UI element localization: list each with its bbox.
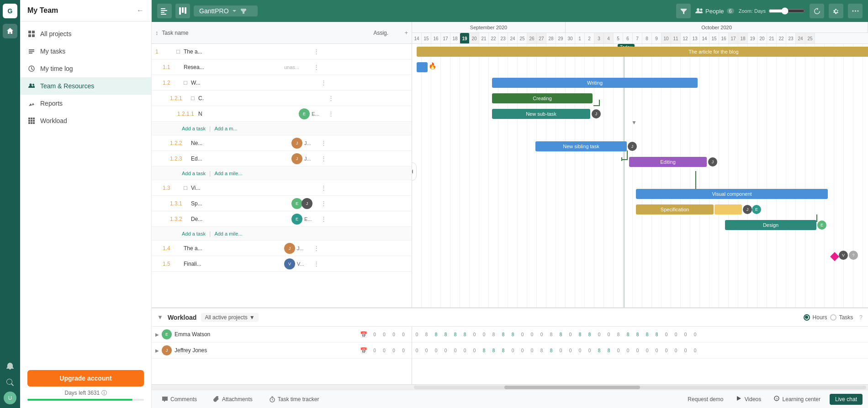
task-menu-icon[interactable]: ⋮ — [312, 245, 321, 252]
add-col-button[interactable]: + — [404, 29, 408, 36]
expand-icon[interactable]: □ — [176, 48, 184, 55]
gantt-bar[interactable]: Creating — [492, 93, 593, 103]
sidebar-item-my-time-log[interactable]: My time log — [20, 60, 151, 77]
task-menu-icon[interactable]: ⋮ — [319, 79, 328, 86]
task-menu-icon[interactable]: ⋮ — [326, 110, 335, 117]
task-name: W... — [191, 80, 291, 86]
expand-icon[interactable]: ▶ — [155, 332, 159, 337]
workload-area: ▼ Workload All active projects ▼ Hours T… — [152, 307, 868, 390]
gantt-bar[interactable]: New sibling task — [535, 141, 627, 151]
task-menu-icon[interactable]: ⋮ — [319, 184, 328, 191]
add-mile-link[interactable]: Add a mile... — [214, 171, 242, 176]
back-button[interactable]: ← — [137, 6, 144, 15]
milestone-diamond[interactable] — [830, 252, 839, 261]
expand-icon[interactable]: ▶ — [155, 348, 159, 353]
gantt-bar[interactable]: Editing — [629, 157, 707, 167]
gantt-bar[interactable] — [417, 62, 428, 72]
task-menu-icon[interactable]: ⋮ — [312, 64, 321, 70]
task-menu-icon[interactable]: ⋮ — [326, 95, 335, 102]
more-button[interactable] — [848, 4, 863, 18]
add-task-link[interactable]: Add a task — [182, 231, 206, 236]
sort-icon[interactable]: ↕ — [155, 29, 159, 36]
videos-button[interactable]: Videos — [732, 394, 765, 404]
day-cell: 19 — [748, 33, 757, 43]
toolbar: GanttPRO People 6 Zoom: Days — [152, 0, 868, 22]
svg-rect-13 — [28, 122, 30, 124]
svg-rect-0 — [28, 31, 31, 33]
expand-icon[interactable]: □ — [184, 79, 191, 86]
svg-rect-20 — [179, 7, 181, 15]
task-menu-icon[interactable]: ⋮ — [319, 140, 328, 146]
add-milestone-link[interactable]: Add a m... — [214, 126, 237, 131]
learning-center-button[interactable]: ? Learning center — [770, 394, 824, 404]
collapse-toggle[interactable] — [412, 162, 417, 181]
add-task-link[interactable]: Add a task — [182, 126, 206, 131]
sidebar-item-team-resources[interactable]: Team & Resources — [20, 77, 151, 95]
hours-radio[interactable] — [804, 314, 810, 321]
task-num: 1.2.3 — [168, 156, 191, 162]
zoom-slider[interactable] — [768, 7, 805, 15]
home-icon[interactable] — [3, 24, 17, 38]
h-scrollbar[interactable] — [152, 384, 868, 390]
gantt-view-button[interactable] — [157, 4, 172, 18]
workload-title: Workload — [168, 314, 197, 321]
attachments-tab[interactable]: Attachments — [209, 393, 257, 405]
notification-icon[interactable] — [3, 359, 17, 373]
workload-collapse-icon[interactable]: ▼ — [157, 314, 163, 321]
sidebar-item-my-tasks[interactable]: My tasks — [20, 43, 151, 60]
project-filter-dropdown[interactable]: All active projects ▼ — [201, 313, 258, 322]
sidebar-item-reports[interactable]: Reports — [20, 95, 151, 112]
app-logo[interactable]: G — [3, 4, 17, 18]
task-menu-icon[interactable]: ⋮ — [319, 215, 328, 222]
add-task-link[interactable]: Add a task — [182, 171, 206, 176]
people-button[interactable]: People 6 — [695, 7, 734, 15]
h-scroll-thumb[interactable] — [504, 386, 640, 389]
tasks-radio[interactable] — [830, 314, 836, 321]
expand-down-icon[interactable]: ▼ — [631, 119, 637, 126]
gantt-bar[interactable]: Specification — [636, 204, 714, 215]
day-cell: 29 — [556, 33, 566, 43]
task-menu-icon[interactable]: ⋮ — [319, 155, 328, 162]
calendar-icon[interactable]: 📅 — [360, 347, 367, 354]
fire-icon: 🔥 — [429, 62, 436, 70]
task-menu-icon[interactable]: ⋮ — [319, 200, 328, 207]
task-menu-icon[interactable]: ⋮ — [312, 260, 321, 267]
gantt-bar[interactable]: New sub-task — [492, 109, 590, 119]
task-name: Finali... — [184, 261, 284, 267]
gantt-bar[interactable]: Design — [725, 220, 816, 230]
upgrade-button[interactable]: Upgrade account — [27, 370, 144, 387]
task-time-tracker-tab[interactable]: Task time tracker — [265, 393, 324, 405]
h-scroll-track[interactable] — [414, 386, 866, 389]
calendar-icon[interactable]: 📅 — [360, 331, 367, 338]
day-cell: 23 — [786, 33, 796, 43]
settings-button[interactable] — [829, 4, 843, 18]
task-name: Sp... — [191, 200, 291, 207]
gantt-bar[interactable]: Writing — [492, 78, 698, 88]
user-avatar[interactable]: U — [4, 392, 16, 404]
day-cell: 14 — [700, 33, 709, 43]
gantt-bar[interactable] — [715, 204, 742, 215]
history-button[interactable] — [810, 4, 824, 18]
table-row: 1.2.2 Ne... J J... ⋮ — [152, 135, 412, 151]
help-icon[interactable]: ? — [859, 314, 863, 321]
project-title-box[interactable]: GanttPRO — [194, 5, 258, 16]
search-icon[interactable] — [3, 375, 17, 390]
avatar: J — [743, 205, 752, 214]
sidebar-item-workload[interactable]: Workload — [20, 112, 151, 129]
sidebar-item-all-projects[interactable]: All projects — [20, 25, 151, 43]
task-name: The a... — [184, 245, 284, 252]
gantt-bar[interactable]: Visual component — [636, 189, 828, 199]
comments-tab[interactable]: Comments — [157, 393, 201, 405]
workload-row: ▶ E Emma Watson 📅 0 0 0 0 — [152, 327, 412, 343]
expand-icon[interactable]: □ — [191, 95, 198, 102]
filter-button[interactable] — [676, 4, 691, 18]
live-chat-button[interactable]: Live chat — [830, 394, 863, 405]
task-menu-icon[interactable]: ⋮ — [312, 48, 321, 55]
gantt-task-list: 1 □ The a... ⋮ 1.1 Resea... unas... ⋮ — [152, 44, 412, 307]
gantt-bar[interactable]: The article for the blog — [417, 47, 868, 57]
add-task-row: Add a task | Add a mile... — [152, 227, 412, 241]
expand-icon[interactable]: □ — [184, 184, 191, 191]
board-view-button[interactable] — [175, 4, 190, 18]
request-demo-button[interactable]: Request demo — [684, 394, 727, 404]
add-mile-link[interactable]: Add a mile... — [214, 231, 242, 236]
